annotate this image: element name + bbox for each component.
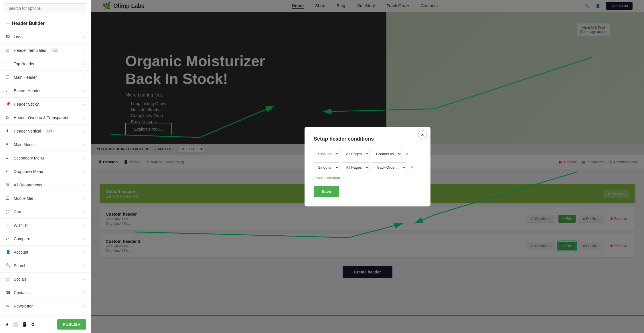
sidebar-item-header-vertical[interactable]: ⬍Header VerticalHot › — [0, 125, 91, 138]
chevron-icon: › — [84, 129, 85, 133]
modal-save-button[interactable]: Save — [314, 186, 339, 197]
condition2-remove-button[interactable]: ✕ — [409, 163, 415, 171]
newsletter-icon: ✉ — [6, 304, 11, 309]
chevron-icon: › — [84, 237, 85, 241]
account-icon: 👤 — [6, 250, 11, 255]
sidebar-item-wishlist[interactable]: ♡Wishlist › — [0, 219, 91, 232]
sidebar: ← Header Builder 🖼Logo › ▤Header Templat… — [0, 0, 91, 333]
chevron-icon: › — [84, 277, 85, 281]
condition1-remove-button[interactable]: ✕ — [404, 150, 410, 158]
sidebar-item-header-overlap[interactable]: ⧉Header Overlap & Transparent › — [0, 111, 91, 125]
mobile-view-icon[interactable]: 📱 — [22, 322, 27, 327]
secondary-menu-icon: ≡ — [6, 155, 11, 161]
sidebar-title: Header Builder — [12, 21, 45, 26]
sidebar-item-mobile-menu[interactable]: ☰Mobile Menu › — [0, 192, 91, 205]
sidebar-search-container — [0, 0, 91, 17]
chevron-icon: › — [84, 89, 85, 93]
templates-icon: ▤ — [6, 48, 11, 53]
condition1-page-name-select[interactable]: Contact us — [372, 149, 402, 159]
main-menu-icon: ≡ — [6, 142, 11, 147]
add-condition-btn[interactable]: + Add Condition — [314, 176, 421, 180]
back-icon[interactable]: ← — [6, 21, 10, 26]
main-header-icon: ☰ — [6, 75, 11, 80]
modal-close-button[interactable]: × — [418, 130, 427, 139]
condition2-pages-select[interactable]: All Pages — [342, 162, 370, 172]
sidebar-item-newsletter[interactable]: ✉Newsletter › — [0, 299, 91, 313]
sidebar-item-compare[interactable]: ⇄Compare › — [0, 232, 91, 246]
condition1-singular-select[interactable]: Singular — [314, 149, 339, 159]
sidebar-item-search[interactable]: 🔍Search › — [0, 259, 91, 273]
sidebar-bottom-icons: 🖥 ⬜ 📱 ⚙ — [5, 322, 35, 327]
chevron-icon: › — [84, 196, 85, 200]
chevron-icon: › — [84, 291, 85, 295]
chevron-icon: › — [84, 183, 85, 187]
sidebar-item-secondary-menu[interactable]: ≡Secondary Menu › — [0, 151, 91, 165]
mobile-menu-icon: ☰ — [6, 196, 11, 201]
chevron-icon: › — [84, 304, 85, 308]
compare-icon: ⇄ — [6, 236, 11, 241]
hot-badge-2: Hot — [46, 129, 54, 133]
sidebar-item-header-sticky[interactable]: 📌Header Sticky › — [0, 98, 91, 111]
overlap-icon: ⧉ — [6, 115, 11, 120]
sidebar-item-top-header[interactable]: ↑Top Header › — [0, 57, 91, 71]
sidebar-item-logo[interactable]: 🖼Logo › — [0, 30, 91, 44]
chevron-icon: › — [84, 48, 85, 52]
sidebar-item-cart[interactable]: 🛒Cart › — [0, 205, 91, 219]
search-input[interactable] — [5, 3, 86, 13]
chevron-icon: › — [84, 223, 85, 227]
departments-icon: ⊞ — [6, 182, 11, 188]
socials-icon: ◎ — [6, 277, 11, 282]
chevron-icon: › — [84, 116, 85, 120]
sidebar-item-socials[interactable]: ◎Socials › — [0, 273, 91, 286]
condition-row-2: Singular All Pages Track Order... ✕ — [314, 162, 421, 172]
bottom-header-icon: ↓ — [6, 88, 11, 93]
chevron-icon: › — [84, 210, 85, 214]
sidebar-header: ← Header Builder — [0, 17, 91, 30]
tablet-view-icon[interactable]: ⬜ — [13, 322, 18, 327]
sidebar-bottom: 🖥 ⬜ 📱 ⚙ PUBLISH — [0, 316, 91, 333]
sidebar-item-header-templates[interactable]: ▤Header TemplatesHot › — [0, 44, 91, 57]
top-header-icon: ↑ — [6, 61, 11, 66]
chevron-icon: › — [84, 35, 85, 39]
vertical-icon: ⬍ — [6, 129, 11, 134]
modal: × Setup header conditions Singular All P… — [305, 127, 430, 206]
sidebar-item-account[interactable]: 👤Account › — [0, 246, 91, 259]
sidebar-item-contacts[interactable]: ☎Contacts › — [0, 286, 91, 299]
sidebar-item-main-menu[interactable]: ≡Main Menu › — [0, 138, 91, 151]
main-content: 🌿 Olimp Labs Home Shop Blog Our Story Tr… — [91, 0, 644, 333]
sidebar-item-bottom-header[interactable]: ↓Bottom Header › — [0, 84, 91, 98]
chevron-icon: › — [84, 170, 85, 174]
cart-icon: 🛒 — [6, 209, 11, 214]
condition2-singular-select[interactable]: Singular — [314, 162, 339, 172]
chevron-icon: › — [84, 75, 85, 79]
chevron-icon: › — [84, 143, 85, 147]
search-icon: 🔍 — [6, 263, 11, 268]
sticky-icon: 📌 — [6, 102, 11, 107]
hot-badge: Hot — [51, 48, 59, 53]
logo-icon: 🖼 — [6, 34, 11, 40]
wishlist-icon: ♡ — [6, 223, 11, 228]
chevron-icon: › — [84, 264, 85, 268]
sidebar-item-main-header[interactable]: ☰Main Header › — [0, 71, 91, 84]
modal-title: Setup header conditions — [314, 136, 421, 142]
condition2-page-name-select[interactable]: Track Order... — [372, 162, 406, 172]
sidebar-item-all-departments[interactable]: ⊞All Departments › — [0, 178, 91, 192]
condition1-pages-select[interactable]: All Pages — [342, 149, 370, 159]
dropdown-icon: ▾ — [6, 169, 11, 174]
contacts-icon: ☎ — [6, 290, 11, 295]
sidebar-item-button[interactable]: ▣Button › — [0, 313, 91, 316]
modal-overlay: × Setup header conditions Singular All P… — [91, 0, 644, 333]
settings-icon[interactable]: ⚙ — [31, 322, 35, 327]
chevron-icon: › — [84, 102, 85, 106]
sidebar-item-dropdown-menu[interactable]: ▾Dropdown Menu › — [0, 165, 91, 178]
publish-button[interactable]: PUBLISH — [57, 319, 86, 330]
chevron-icon: › — [84, 250, 85, 254]
chevron-icon: › — [84, 156, 85, 160]
condition-row-1: Singular All Pages Contact us ✕ — [314, 149, 421, 159]
desktop-view-icon[interactable]: 🖥 — [5, 322, 9, 327]
chevron-icon: › — [84, 62, 85, 66]
